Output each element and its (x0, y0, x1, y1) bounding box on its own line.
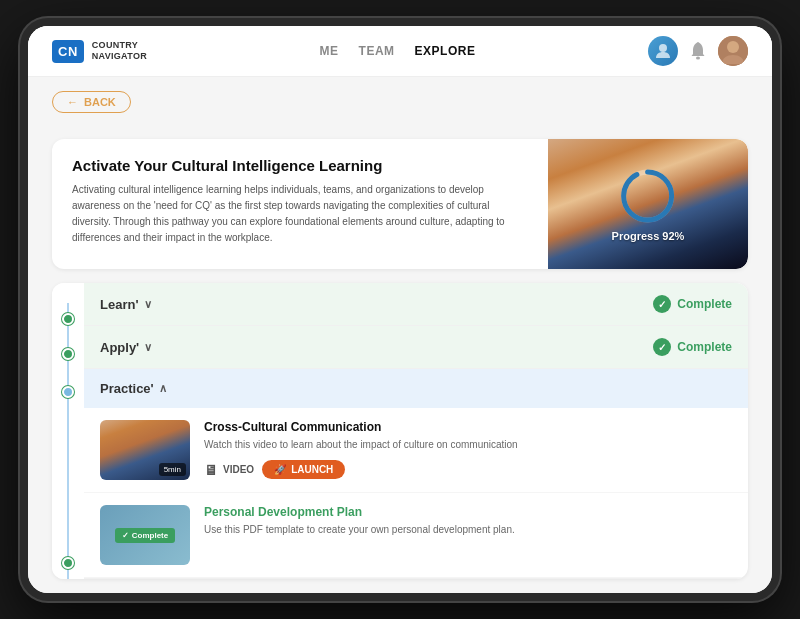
screen: CN COUNTRY NAVIGATOR ME TEAM EXPLORE (28, 26, 772, 593)
apply-section: Apply' ∨ ✓ Complete (84, 326, 748, 369)
practice-section-header[interactable]: Practice' ∧ (84, 369, 748, 408)
monitor-icon: 🖥 (204, 462, 218, 478)
rocket-icon: 🚀 (274, 464, 286, 475)
pdf-thumbnail: ✓ Complete (100, 505, 190, 565)
pdf-complete-badge: ✓ Complete (115, 528, 175, 543)
apply-section-header[interactable]: Apply' ∨ ✓ Complete (84, 326, 748, 368)
notification-bell-icon[interactable] (688, 41, 708, 61)
video-thumbnail: 5min (100, 420, 190, 480)
timeline-dot-apply (62, 348, 74, 360)
video-tag: 🖥 VIDEO (204, 462, 254, 478)
svg-point-0 (659, 44, 667, 52)
avatar-user[interactable] (648, 36, 678, 66)
hero-image: Progress 92% (548, 139, 748, 269)
video-item-info: Cross-Cultural Communication Watch this … (204, 420, 732, 479)
user-icon (654, 42, 672, 60)
practice-chevron-icon: ∧ (159, 382, 167, 395)
learn-checkmark-icon: ✓ (653, 295, 671, 313)
header: CN COUNTRY NAVIGATOR ME TEAM EXPLORE (28, 26, 772, 77)
video-item-title: Cross-Cultural Communication (204, 420, 732, 434)
launch-button[interactable]: 🚀 LAUNCH (262, 460, 345, 479)
pdf-item-title: Personal Development Plan (204, 505, 732, 519)
hero-title: Activate Your Cultural Intelligence Lear… (72, 157, 528, 174)
practice-item-video: 5min Cross-Cultural Communication Watch … (84, 408, 748, 493)
video-item-desc: Watch this video to learn about the impa… (204, 438, 732, 452)
timeline-dot-practice (62, 386, 74, 398)
timeline-line (67, 303, 69, 579)
progress-label: Progress 92% (612, 230, 685, 242)
learn-section-header[interactable]: Learn' ∨ ✓ Complete (84, 283, 748, 325)
progress-ring-container: Progress 92% (612, 166, 685, 242)
device-frame: CN COUNTRY NAVIGATOR ME TEAM EXPLORE (20, 18, 780, 601)
practice-item-pdf: ✓ Complete Personal Development Plan Use… (84, 493, 748, 578)
nav-team[interactable]: TEAM (359, 44, 395, 58)
nav-explore[interactable]: EXPLORE (415, 44, 476, 58)
timeline-dot-learn (62, 313, 74, 325)
practice-title: Practice' ∧ (100, 381, 167, 396)
learn-title: Learn' ∨ (100, 297, 152, 312)
duration-badge: 5min (159, 463, 186, 476)
timeline-dot-complete (62, 557, 74, 569)
apply-complete-badge: ✓ Complete (653, 338, 732, 356)
timeline (52, 283, 84, 579)
practice-section: Practice' ∧ 5min (84, 369, 748, 579)
pdf-thumb-bg: ✓ Complete (100, 505, 190, 565)
apply-checkmark-icon: ✓ (653, 338, 671, 356)
sections-wrapper: Learn' ∨ ✓ Complete (52, 283, 748, 579)
hero-description: Activating cultural intelligence learnin… (72, 182, 528, 246)
pdf-item-desc: Use this PDF template to create your own… (204, 523, 732, 537)
nav-links: ME TEAM EXPLORE (320, 44, 476, 58)
learn-section: Learn' ∨ ✓ Complete (84, 283, 748, 326)
svg-point-5 (624, 172, 672, 220)
logo-area: CN COUNTRY NAVIGATOR (52, 40, 147, 63)
logo-text: COUNTRY NAVIGATOR (92, 40, 147, 62)
svg-point-1 (696, 57, 700, 60)
pdf-item-info: Personal Development Plan Use this PDF t… (204, 505, 732, 545)
back-arrow-icon: ← (67, 96, 78, 108)
apply-title: Apply' ∨ (100, 340, 152, 355)
nav-me[interactable]: ME (320, 44, 339, 58)
hero-text-area: Activate Your Cultural Intelligence Lear… (52, 139, 548, 269)
back-button[interactable]: ← BACK (52, 91, 131, 113)
progress-ring-svg (618, 166, 678, 226)
sections-content: Learn' ∨ ✓ Complete (84, 283, 748, 579)
pdf-checkmark-icon: ✓ (122, 531, 129, 540)
apply-chevron-icon: ∨ (144, 341, 152, 354)
nav-right (648, 36, 748, 66)
learn-complete-badge: ✓ Complete (653, 295, 732, 313)
learn-chevron-icon: ∨ (144, 298, 152, 311)
video-item-actions: 🖥 VIDEO 🚀 LAUNCH (204, 460, 732, 479)
logo-box: CN (52, 40, 84, 63)
svg-point-3 (727, 41, 739, 53)
main-content: ← BACK Activate Your Cultural Intelligen… (28, 77, 772, 593)
avatar-profile[interactable] (718, 36, 748, 66)
hero-card: Activate Your Cultural Intelligence Lear… (52, 139, 748, 269)
